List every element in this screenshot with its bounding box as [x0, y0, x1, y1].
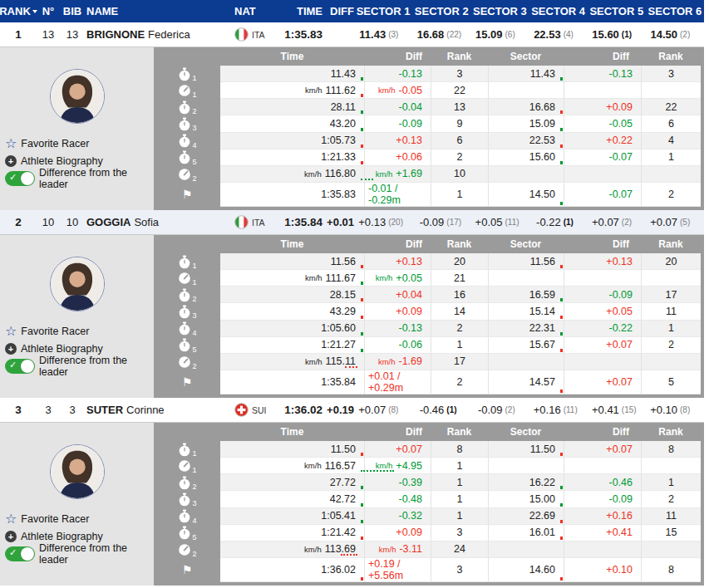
icon-subscript: 1 — [192, 91, 196, 99]
result-row[interactable]: 1 13 13 BRIGNONEFederica — [0, 22, 704, 47]
difference-toggle-switch[interactable]: ✓ — [5, 359, 35, 374]
detail-row: ⚑ 2 km/h 115.11 km/h -1.69 17 — [154, 354, 701, 370]
detail-header-time: Time — [220, 426, 364, 438]
col-header-sector-5[interactable]: SECTOR 5 — [588, 5, 646, 17]
racer-last-name: SUTER — [86, 404, 123, 416]
icon-subscript: 1 — [192, 278, 196, 287]
detail-time-cell: 42.72 — [220, 491, 364, 507]
detail-sector-cell: 14.50 — [488, 183, 564, 207]
sector-trend-tick — [560, 390, 563, 393]
col-header-sector-4[interactable]: SECTOR 4 — [529, 5, 588, 17]
trend-dots — [341, 554, 357, 556]
sector-result-cell: 15.09 (6) — [470, 28, 529, 41]
detail-sector-value: 15.67 — [529, 339, 555, 350]
sector-result-cell: -0.22 (1) — [529, 216, 588, 228]
icon-subscript: 4 — [192, 517, 196, 525]
detail-time-value: 28.15 — [330, 289, 356, 301]
icon-subscript: 2 — [192, 550, 196, 558]
athlete-photo — [50, 257, 105, 311]
sector-result-cell: +0.07 (2) — [588, 216, 646, 228]
difference-toggle-label: Difference from the leader — [39, 167, 154, 190]
sector-result-cell: -0.09 (17) — [412, 216, 470, 228]
sector-value: +0.41 — [592, 404, 619, 416]
detail-row-icon-cell: ⚑ 1 — [154, 82, 220, 99]
sector-trend-tick — [560, 145, 563, 148]
col-header-diff[interactable]: DIFF — [322, 5, 354, 17]
detail-sector-cell: 22.53 — [488, 133, 564, 149]
icon-subscript: 2 — [192, 107, 196, 115]
detail-diff-cell: +0.09 — [364, 525, 431, 541]
sector-trend-tick — [560, 332, 563, 336]
sector-result-cell: 22.53 (4) — [529, 28, 588, 41]
detail-row-icon-cell: ⚑ 1 — [154, 270, 220, 287]
star-icon: ☆ — [5, 137, 17, 150]
sector-value: 16.68 — [417, 28, 445, 41]
detail-sector-value: 15.00 — [529, 493, 555, 505]
sector-rank: (1) — [622, 30, 641, 39]
total-time-value: 1:35.84 — [276, 216, 322, 228]
col-header-nat[interactable]: NAT — [224, 5, 276, 17]
difference-toggle-switch[interactable]: ✓ — [5, 171, 35, 186]
col-header-number[interactable]: N° — [37, 5, 60, 17]
favorite-racer-button[interactable]: ☆ Favorite Racer — [0, 322, 154, 340]
favorite-racer-button[interactable]: ☆ Favorite Racer — [0, 135, 154, 152]
time-trend-tick — [361, 145, 363, 148]
detail-row-icon-cell: ⚑ 5 — [154, 149, 220, 166]
racer-detail-panel: ☆ Favorite Racer + Athlete Biography ✓ D… — [0, 423, 704, 586]
result-row[interactable]: 2 10 10 GOGGIASofia — [0, 210, 704, 235]
detail-rank-cell: 2 — [431, 370, 488, 394]
kmh-unit-label: km/h — [304, 461, 322, 470]
col-header-name[interactable]: NAME — [85, 5, 224, 17]
detail-sector-cell: 15.09 — [488, 115, 564, 132]
result-row[interactable]: 3 3 3 SUTERCorinne — [0, 398, 704, 423]
icon-subscript: 5 — [192, 158, 196, 166]
detail-row: ⚑ 5 1:21.33 +0.06 2 15.60 -0.07 1 — [154, 149, 701, 166]
detail-row: ⚑ 1:35.84 +0.01 / +0.29m 2 14.57 +0.07 5 — [154, 370, 701, 394]
detail-row: ⚑ 4 1:05.41 -0.32 1 22.69 +0.16 11 — [154, 508, 701, 525]
detail-sector-rank-cell: 15 — [641, 525, 701, 541]
col-header-rank[interactable]: RANK — [0, 5, 37, 17]
col-header-time[interactable]: TIME — [276, 5, 322, 17]
detail-time-cell: km/h 115.11 — [220, 354, 364, 370]
icon-subscript: 2 — [192, 174, 196, 183]
racer-last-name: BRIGNONE — [86, 28, 145, 41]
col-headers-sectors: SECTOR 1 SECTOR 2 SECTOR 3 SECTOR 4 SECT… — [354, 5, 704, 17]
speedometer-icon — [178, 168, 191, 181]
detail-sector-rank-cell — [641, 541, 701, 558]
detail-sector-rank-cell: 4 — [641, 133, 701, 149]
sector-value: -0.09 — [420, 216, 445, 228]
sector-result-cell: +0.16 (11) — [529, 404, 588, 416]
sector-trend-tick — [560, 316, 563, 319]
detail-sector-diff-value: +0.10 — [606, 564, 633, 576]
detail-row-icon-cell: ⚑ 5 — [154, 337, 220, 354]
col-header-sector-1[interactable]: SECTOR 1 — [354, 5, 412, 17]
col-header-bib[interactable]: BIB — [60, 5, 85, 17]
time-trend-tick — [361, 128, 363, 131]
detail-sector-cell: 22.31 — [488, 321, 564, 337]
icon-subscript: 3 — [192, 311, 196, 320]
detail-sector-rank-cell: 11 — [641, 303, 701, 320]
detail-sector-diff-cell: +0.07 — [564, 337, 641, 354]
favorite-racer-button[interactable]: ☆ Favorite Racer — [0, 510, 154, 527]
sector-value: 15.60 — [592, 28, 619, 41]
sector-trend-tick — [560, 202, 563, 205]
star-icon: ☆ — [5, 325, 17, 338]
detail-diff-value: +0.09 — [396, 527, 422, 538]
sector-result-cell: +0.41 (15) — [588, 404, 646, 416]
detail-row: ⚑ 2 km/h 116.80 km/h +1.69 10 — [154, 166, 701, 183]
col-header-sector-2[interactable]: SECTOR 2 — [412, 5, 470, 17]
difference-toggle-switch[interactable]: ✓ — [5, 546, 35, 561]
detail-diff-cell: -0.06 — [364, 337, 431, 354]
sector-rank: (4) — [564, 30, 583, 39]
col-header-sector-6[interactable]: SECTOR 6 — [646, 5, 704, 17]
detail-sector-cell: 11.50 — [488, 441, 564, 458]
nationality-cell: ITA — [224, 215, 276, 229]
detail-rank-cell: 20 — [431, 253, 488, 270]
kmh-unit-label: km/h — [376, 169, 393, 179]
sector-trend-tick — [560, 298, 563, 301]
detail-row-icon-cell: ⚑ — [154, 183, 220, 207]
col-header-sector-3[interactable]: SECTOR 3 — [470, 5, 529, 17]
detail-diff-cell: +0.09 — [364, 303, 431, 320]
sector-cells: +0.07 (8) -0.46 (1) -0.09 (2) +0.16 (11)… — [354, 404, 704, 416]
detail-row-icon-cell: ⚑ 2 — [154, 541, 220, 558]
